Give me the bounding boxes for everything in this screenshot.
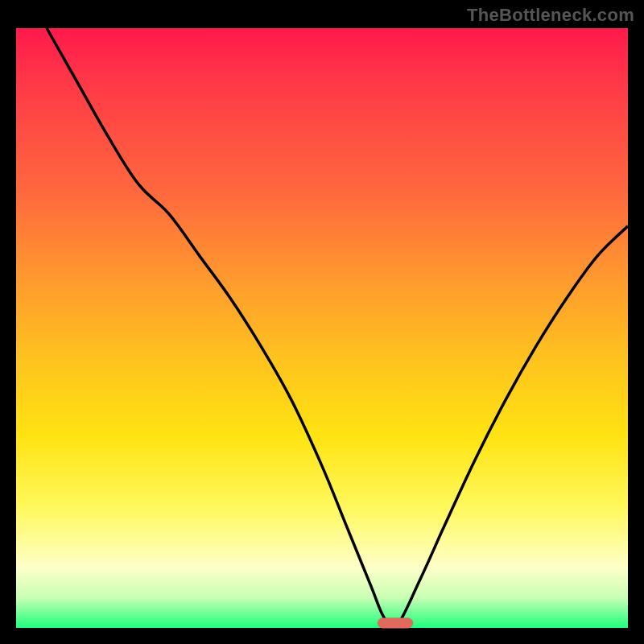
optimum-marker	[378, 618, 413, 629]
plot-area	[16, 28, 628, 628]
bottleneck-curve	[16, 28, 628, 628]
curve-path	[47, 28, 628, 628]
chart-frame: TheBottleneck.com	[0, 0, 644, 644]
watermark-text: TheBottleneck.com	[467, 5, 634, 26]
